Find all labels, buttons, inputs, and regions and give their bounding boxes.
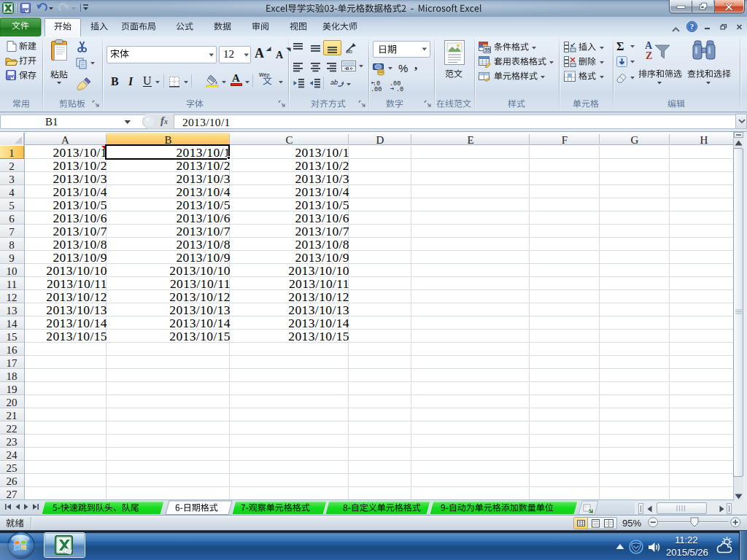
- svg-text:ab: ab: [330, 79, 338, 86]
- svg-text:Z: Z: [646, 50, 652, 61]
- svg-text:.00: .00: [371, 86, 382, 92]
- svg-text:ab: ab: [346, 48, 352, 54]
- svg-text:A: A: [645, 40, 653, 51]
- svg-text:?: ?: [690, 22, 694, 31]
- svg-text:.0: .0: [396, 86, 403, 92]
- svg-text:55: 55: [484, 47, 490, 52]
